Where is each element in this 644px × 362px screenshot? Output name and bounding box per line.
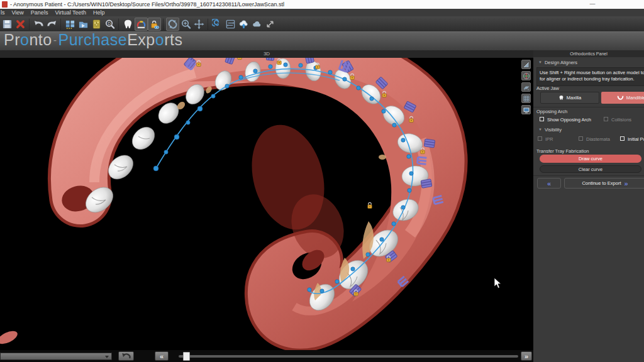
reset-animation-button[interactable] [118, 351, 134, 361]
lock-visibility-icon[interactable] [148, 18, 161, 31]
continue-to-export-button[interactable]: Continue to Export » [564, 178, 644, 189]
instructions-line2: for aligner or indirect bonding tray fab… [540, 76, 644, 82]
show-opposing-arch-label[interactable]: Show Opposing Arch [547, 117, 591, 123]
toolbar-separator [208, 19, 209, 30]
initial-pos-label[interactable]: Initial Pos [628, 136, 644, 142]
diastemata-label: Diastemata [586, 136, 610, 142]
curved-arrow-icon [121, 353, 131, 359]
undo-icon[interactable] [32, 18, 45, 31]
step-forward-button[interactable]: » [521, 351, 532, 361]
snapshot-icon[interactable] [521, 105, 531, 114]
jaw-segments-icon[interactable] [135, 18, 148, 31]
step-back-button[interactable]: « [155, 351, 169, 361]
collapse-icon[interactable]: ▼ [538, 60, 542, 64]
scan-fragment [0, 329, 19, 347]
ipr-label: IPR [545, 136, 553, 142]
active-jaw-label: Active Jaw [536, 85, 559, 91]
viewport-3d[interactable] [0, 58, 533, 350]
toolbar-separator [163, 19, 164, 30]
toolbar-separator [29, 19, 30, 30]
continue-label: Continue to Export [582, 180, 621, 186]
diastemata-checkbox [579, 136, 583, 141]
brand-text: o [20, 31, 29, 48]
initial-pos-checkbox[interactable] [620, 136, 625, 141]
opposing-arch-label: Opposing Arch [536, 109, 567, 114]
brand-text: o [155, 31, 164, 48]
divider [533, 175, 644, 176]
mandible-button[interactable]: Mandible [601, 92, 644, 104]
viewport-tab-bar: 3D [0, 50, 533, 58]
save-icon[interactable] [1, 18, 14, 31]
redo-icon[interactable] [45, 18, 58, 31]
show-opposing-arch-checkbox[interactable] [540, 117, 544, 121]
menu-item-help[interactable]: Help [93, 9, 105, 16]
window-title: - Anonymous Patient - C:/Users/WIN10/Des… [10, 0, 284, 9]
expand-icon[interactable] [264, 18, 277, 31]
brand-text: Exp [127, 31, 155, 48]
pan-icon[interactable] [192, 18, 206, 31]
instructions-box: Use Shift + Right mouse button on active… [536, 67, 644, 86]
brand-text: Pr [4, 31, 20, 48]
ipr-checkbox [538, 136, 542, 141]
main-toolbar: D [0, 16, 644, 31]
collisions-label: Collisions [611, 117, 631, 123]
maxilla-label: Maxilla [567, 95, 581, 101]
section-visibility[interactable]: ▼Visibility [538, 127, 562, 133]
animation-bar: « » [0, 350, 533, 362]
refresh-icon[interactable] [166, 18, 179, 31]
send-model-icon[interactable] [77, 18, 90, 31]
brand-text: rts [164, 31, 182, 48]
section-label: Visibility [545, 127, 562, 133]
brand-separator: - [53, 35, 57, 45]
maxilla-button[interactable]: Maxilla [540, 92, 599, 104]
dental-arch-model[interactable] [0, 58, 533, 350]
grid-icon[interactable] [521, 94, 531, 103]
timeline-slider-track[interactable] [179, 355, 518, 358]
library-settings-icon[interactable] [90, 18, 103, 31]
svg-text:D: D [108, 21, 111, 25]
chevron-right-icon: » [625, 180, 628, 187]
orientation-icon[interactable] [521, 71, 531, 80]
collapse-icon[interactable]: ▼ [538, 128, 542, 131]
stage-dropdown[interactable] [0, 353, 112, 360]
menu-item-virtual-teeth[interactable]: Virtual Teeth [55, 9, 86, 16]
plane-icon[interactable] [521, 82, 531, 92]
section-design-aligners[interactable]: ▼Design Aligners [538, 60, 577, 65]
jaw-icon [617, 95, 624, 101]
toolbar-separator [60, 19, 62, 30]
logo-bar: Pronto-PurchaseExports [0, 31, 644, 50]
clear-curve-button[interactable]: Clear curve [540, 165, 641, 173]
zoom-icon[interactable] [179, 18, 192, 31]
chevron-left-icon: « [547, 180, 551, 187]
brand-logo: Pronto-PurchaseExports [4, 31, 182, 49]
menu-item-view[interactable]: View [12, 9, 24, 16]
delete-icon[interactable] [14, 18, 27, 31]
divider [533, 107, 644, 107]
layout-tiles-icon[interactable] [64, 18, 77, 31]
transfer-tray-label: Transfer Tray Fabrication [536, 148, 589, 154]
rotate-spiral-icon[interactable] [211, 18, 224, 31]
tab-3d[interactable]: 3D [264, 51, 270, 57]
chevron-down-icon [105, 356, 109, 358]
search-d-icon[interactable]: D [103, 18, 116, 31]
collisions-checkbox [604, 117, 608, 121]
timeline-slider-handle[interactable] [183, 352, 190, 361]
draw-curve-button[interactable]: Draw curve [540, 155, 641, 163]
menu-item-panels[interactable]: Panels [31, 9, 48, 16]
brand-text: Purchase [58, 31, 128, 48]
tooth-icon [558, 95, 564, 101]
panel-title: Orthodontics Panel [533, 50, 644, 57]
menu-bar: ls View Panels Virtual Teeth Help [0, 9, 644, 16]
measure-icon[interactable] [521, 60, 531, 69]
viewport-side-toolbar [521, 60, 531, 114]
adjust-panel-icon[interactable] [224, 18, 237, 31]
section-label: Design Aligners [545, 60, 577, 65]
minimize-button[interactable]: — [585, 0, 600, 8]
tooth-icon[interactable] [121, 18, 135, 31]
previous-step-button[interactable]: « [537, 178, 561, 189]
cloud-upload-icon[interactable] [237, 18, 250, 31]
menu-item-tools[interactable]: ls [1, 9, 5, 16]
cloud-icon[interactable] [250, 18, 264, 31]
brand-text: nto [29, 31, 52, 48]
instructions-line1: Use Shift + Right mouse button on active… [540, 70, 644, 76]
